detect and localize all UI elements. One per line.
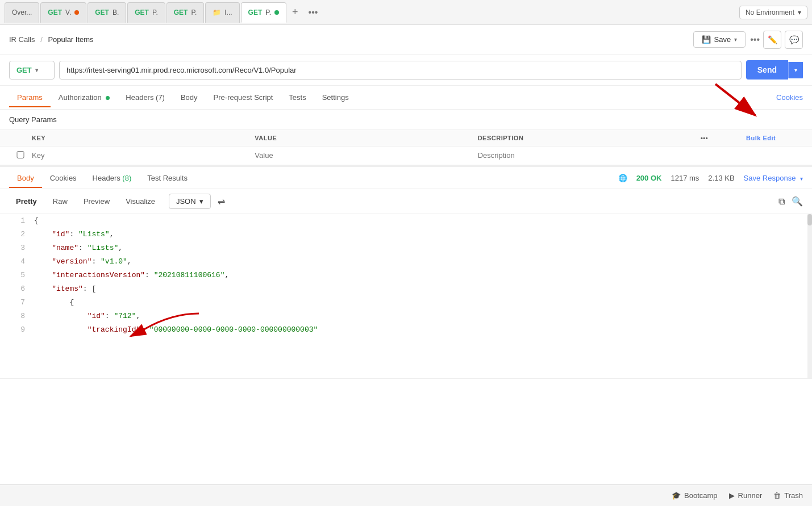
save-dropdown-arrow[interactable]: ▾ — [734, 36, 737, 43]
row-extra — [746, 151, 803, 160]
json-line-8: 8 "id": "712", — [0, 310, 812, 323]
send-dropdown-button[interactable]: ▾ — [788, 62, 803, 78]
edit-button[interactable]: ✏️ — [763, 31, 781, 49]
resp-tab-test-results[interactable]: Test Results — [139, 168, 195, 188]
tab-tests[interactable]: Tests — [281, 87, 314, 107]
tab-get-v-dot — [74, 10, 79, 15]
format-select[interactable]: JSON ▾ — [169, 194, 211, 209]
json-line-5: 5 "interactionsVersion": "20210811100616… — [0, 269, 812, 282]
line-num-8: 8 — [5, 310, 25, 323]
response-status-bar: 🌐 200 OK 1217 ms 2.13 KB Save Response ▾ — [618, 174, 803, 182]
row-checkbox-input[interactable] — [9, 151, 32, 158]
method-arrow: ▾ — [35, 67, 38, 73]
tab-headers[interactable]: Headers (7) — [118, 87, 173, 107]
tab-get-v-method: GET — [48, 9, 62, 16]
fmt-tab-raw[interactable]: Raw — [46, 194, 74, 208]
format-select-label: JSON — [176, 197, 196, 206]
resp-tab-cookies[interactable]: Cookies — [42, 168, 85, 188]
header-more-button[interactable]: ••• — [750, 35, 760, 45]
save-button[interactable]: 💾 Save ▾ — [693, 31, 746, 48]
save-response-arrow: ▾ — [800, 175, 803, 182]
breadcrumb-parent[interactable]: IR Calls — [9, 35, 35, 44]
save-icon: 💾 — [702, 35, 711, 44]
tab-get-p1[interactable]: GET P. — [127, 2, 165, 23]
tab-body[interactable]: Body — [173, 87, 206, 107]
tab-settings-label: Settings — [322, 93, 349, 102]
col-description: DESCRIPTION — [478, 135, 701, 141]
json-line-2: 2 "id": "Lists", — [0, 228, 812, 241]
key-input[interactable] — [32, 151, 255, 160]
bootcamp-button[interactable]: 🎓 Bootcamp — [672, 491, 718, 500]
tab-pre-request[interactable]: Pre-request Script — [206, 87, 281, 107]
tab-get-b[interactable]: GET B. — [88, 2, 126, 23]
tab-over[interactable]: Over... — [5, 2, 39, 23]
url-bar: GET ▾ Send ▾ — [0, 55, 812, 86]
env-dropdown-arrow: ▾ — [798, 9, 801, 16]
col-more[interactable]: ••• — [701, 135, 746, 141]
more-tabs-button[interactable]: ••• — [304, 7, 323, 18]
comment-button[interactable]: 💬 — [785, 31, 803, 49]
tab-tests-label: Tests — [289, 93, 306, 102]
header-bar: IR Calls / Popular Items 💾 Save ▾ ••• ✏️… — [0, 25, 812, 55]
line-num-5: 5 — [5, 269, 25, 282]
bottom-bar: 🎓 Bootcamp ▶ Runner 🗑 Trash — [0, 484, 812, 506]
col-value: VALUE — [255, 135, 477, 141]
line-num-1: 1 — [5, 214, 25, 228]
new-tab-button[interactable]: + — [288, 6, 303, 18]
tab-authorization-label: Authorization — [59, 93, 102, 102]
tab-params[interactable]: Params — [9, 87, 51, 107]
tab-get-p2[interactable]: GET P. — [166, 2, 204, 23]
search-icon[interactable]: 🔍 — [792, 196, 803, 207]
save-response-button[interactable]: Save Response ▾ — [744, 174, 803, 182]
url-input[interactable] — [59, 61, 742, 80]
description-input[interactable] — [478, 151, 701, 160]
trash-button[interactable]: 🗑 Trash — [773, 491, 803, 500]
method-select[interactable]: GET ▾ — [9, 61, 55, 80]
resp-tab-headers[interactable]: Headers (8) — [85, 168, 140, 188]
row-checkbox[interactable] — [9, 151, 32, 160]
tab-get-p1-suffix: P. — [152, 9, 158, 16]
breadcrumb-sep: / — [40, 35, 43, 44]
fmt-tab-preview[interactable]: Preview — [77, 194, 116, 208]
tab-get-p3[interactable]: GET P. — [241, 2, 286, 23]
tab-bar: Over... GET V. GET B. GET P. GET P. 📁 I.… — [0, 0, 812, 25]
tab-settings[interactable]: Settings — [314, 87, 357, 107]
params-table-header: KEY VALUE DESCRIPTION ••• Bulk Edit — [0, 130, 812, 147]
line-num-4: 4 — [5, 255, 25, 269]
copy-icon[interactable]: ⧉ — [778, 196, 785, 207]
cookies-link[interactable]: Cookies — [776, 93, 803, 102]
tab-folder-label: I... — [224, 9, 232, 16]
runner-button[interactable]: ▶ Runner — [729, 491, 763, 500]
value-input[interactable] — [255, 151, 477, 160]
breadcrumb-current: Popular Items — [48, 35, 93, 44]
fmt-tab-visualize[interactable]: Visualize — [119, 194, 162, 208]
save-label: Save — [714, 35, 731, 44]
breadcrumb: IR Calls / Popular Items — [9, 35, 94, 44]
description-cell — [478, 151, 701, 160]
fmt-raw-label: Raw — [53, 197, 68, 206]
fmt-visualize-label: Visualize — [126, 197, 155, 206]
bulk-edit-button[interactable]: Bulk Edit — [746, 135, 803, 141]
bootcamp-icon: 🎓 — [672, 491, 681, 500]
line-num-2: 2 — [5, 228, 25, 241]
fmt-tab-pretty[interactable]: Pretty — [9, 194, 44, 208]
tab-get-p2-suffix: P. — [191, 9, 197, 16]
tab-get-p3-dot — [274, 10, 279, 15]
key-cell — [32, 151, 255, 160]
request-tabs: Params Authorization Headers (7) Body Pr… — [0, 86, 812, 110]
resp-tab-body[interactable]: Body — [9, 168, 42, 188]
send-button[interactable]: Send — [746, 60, 788, 80]
wrap-icon[interactable]: ⇌ — [218, 196, 225, 207]
fmt-pretty-label: Pretty — [16, 197, 37, 206]
json-panel: 1 { 2 "id": "Lists", 3 "name": "Lists", … — [0, 214, 812, 379]
tab-get-p3-suffix: P. — [265, 9, 271, 16]
tab-authorization[interactable]: Authorization — [51, 87, 118, 107]
resp-tab-cookies-label: Cookies — [50, 174, 77, 182]
params-table-row — [0, 147, 812, 165]
environment-selector[interactable]: No Environment ▾ — [739, 6, 807, 19]
runner-icon: ▶ — [729, 491, 735, 500]
tab-get-v[interactable]: GET V. — [40, 2, 86, 23]
scrollbar[interactable] — [807, 214, 812, 378]
json-line-1: 1 { — [0, 214, 812, 228]
tab-folder[interactable]: 📁 I... — [205, 2, 239, 23]
